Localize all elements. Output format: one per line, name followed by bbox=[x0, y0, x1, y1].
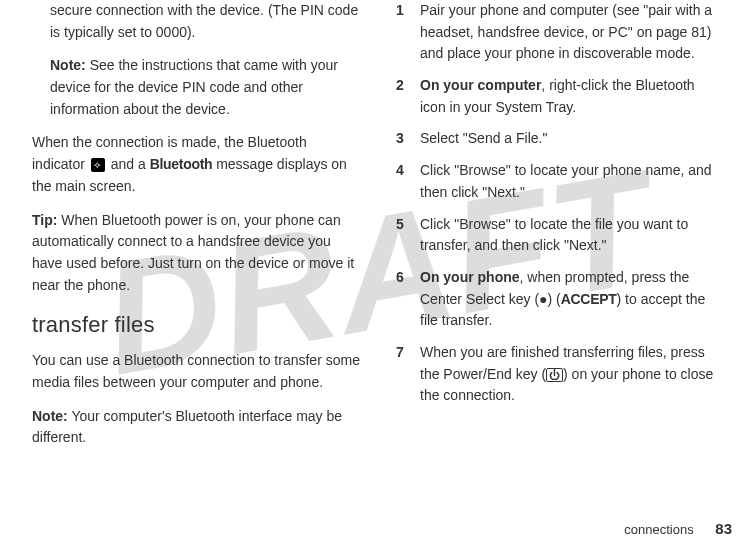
step-row: 5 Click "Browse" to locate the file you … bbox=[396, 214, 724, 257]
note-label: Note: bbox=[50, 57, 86, 73]
paragraph: You can use a Bluetooth connection to tr… bbox=[32, 350, 360, 393]
step-number: 7 bbox=[396, 342, 420, 407]
tip-label: Tip: bbox=[32, 212, 57, 228]
left-column: secure connection with the device. (The … bbox=[20, 0, 378, 545]
section-heading-transfer-files: transfer files bbox=[32, 308, 360, 342]
step-text: Pair your phone and computer (see "pair … bbox=[420, 0, 724, 65]
center-select-key-icon: ● bbox=[539, 291, 547, 307]
step-number: 6 bbox=[396, 267, 420, 332]
note-text: See the instructions that came with your… bbox=[50, 57, 338, 116]
step-number: 1 bbox=[396, 0, 420, 65]
step-row: 1 Pair your phone and computer (see "pai… bbox=[396, 0, 724, 65]
text: and a bbox=[107, 156, 150, 172]
step-row: 7 When you are finished transferring fil… bbox=[396, 342, 724, 407]
bluetooth-indicator-icon: ⟡ bbox=[91, 158, 105, 172]
step-text: When you are finished transferring files… bbox=[420, 342, 724, 407]
tip-paragraph: Tip: When Bluetooth power is on, your ph… bbox=[32, 210, 360, 297]
step-number: 4 bbox=[396, 160, 420, 203]
step-text: Click "Browse" to locate your phone name… bbox=[420, 160, 724, 203]
step-text: On your phone, when prompted, press the … bbox=[420, 267, 724, 332]
page-content: secure connection with the device. (The … bbox=[0, 0, 756, 545]
accept-label: ACCEPT bbox=[561, 291, 617, 307]
paragraph: secure connection with the device. (The … bbox=[50, 0, 360, 43]
note-paragraph: Note: Your computer's Bluetooth interfac… bbox=[32, 406, 360, 449]
step-bold: On your phone bbox=[420, 269, 520, 285]
text: ) ( bbox=[548, 291, 561, 307]
paragraph: When the connection is made, the Bluetoo… bbox=[32, 132, 360, 197]
step-row: 6 On your phone, when prompted, press th… bbox=[396, 267, 724, 332]
note-paragraph: Note: See the instructions that came wit… bbox=[50, 55, 360, 120]
step-number: 3 bbox=[396, 128, 420, 150]
step-row: 4 Click "Browse" to locate your phone na… bbox=[396, 160, 724, 203]
right-column: 1 Pair your phone and computer (see "pai… bbox=[378, 0, 736, 545]
step-number: 2 bbox=[396, 75, 420, 118]
step-bold: On your computer bbox=[420, 77, 541, 93]
step-text: Click "Browse" to locate the file you wa… bbox=[420, 214, 724, 257]
step-row: 3 Select "Send a File." bbox=[396, 128, 724, 150]
bluetooth-word: Bluetooth bbox=[150, 156, 213, 172]
tip-text: When Bluetooth power is on, your phone c… bbox=[32, 212, 354, 293]
step-text: On your computer, right-click the Blueto… bbox=[420, 75, 724, 118]
step-number: 5 bbox=[396, 214, 420, 257]
step-row: 2 On your computer, right-click the Blue… bbox=[396, 75, 724, 118]
note-label: Note: bbox=[32, 408, 68, 424]
note-text: Your computer's Bluetooth interface may … bbox=[32, 408, 342, 446]
step-text: Select "Send a File." bbox=[420, 128, 724, 150]
power-end-key-icon: ⏻ bbox=[546, 368, 563, 382]
